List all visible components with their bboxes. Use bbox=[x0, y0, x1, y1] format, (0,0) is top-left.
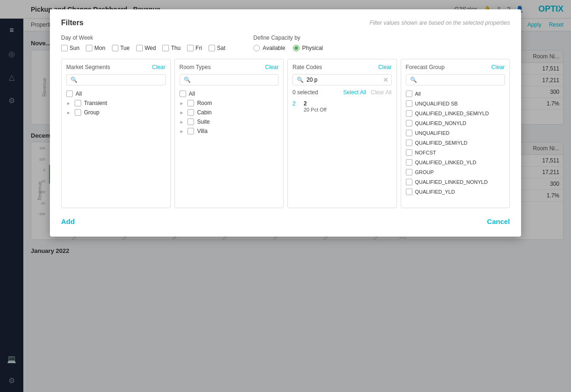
market-segments-title: Market Segments bbox=[66, 64, 110, 70]
forecast-qualified-linked-semiyld-checkbox[interactable] bbox=[406, 110, 412, 117]
forecast-items-list: All UNQUALIFIED SB QUALIFIED_LINKED_SEMI… bbox=[406, 89, 505, 203]
group-expand-icon[interactable]: ► bbox=[66, 110, 71, 115]
capacity-physical-radio[interactable] bbox=[293, 45, 299, 51]
forecast-nofcst-checkbox[interactable] bbox=[406, 149, 412, 156]
forecast-group-clear[interactable]: Clear bbox=[491, 64, 505, 70]
forecast-item-qualified-linked-nonyld: QUALIFIED_LINKED_NONYLD bbox=[406, 177, 505, 187]
modal-hint: Filter values shown are based on the sel… bbox=[369, 20, 510, 26]
rate-codes-input[interactable] bbox=[306, 77, 388, 83]
rate-code-result-row: 2 2 20 Pct Off bbox=[292, 98, 392, 114]
modal-footer: Add Cancel bbox=[61, 217, 510, 225]
market-segments-all: All bbox=[66, 89, 166, 98]
rate-codes-header: Rate Codes Clear bbox=[292, 64, 392, 70]
dow-mon-label: Mon bbox=[94, 45, 105, 51]
room-types-suite: ► Suite bbox=[180, 117, 279, 126]
cabin-expand-icon[interactable]: ► bbox=[180, 110, 184, 115]
cancel-button[interactable]: Cancel bbox=[487, 217, 510, 225]
rate-codes-search: 🔍 ✕ bbox=[292, 74, 392, 85]
forecast-nofcst-label: NOFCST bbox=[415, 150, 436, 155]
forecast-qualified-semiyld-checkbox[interactable] bbox=[406, 140, 412, 146]
forecast-group-input[interactable] bbox=[420, 77, 501, 83]
rate-codes-clear-all[interactable]: Clear All bbox=[371, 89, 392, 96]
dow-label: Day of Week bbox=[61, 35, 225, 41]
forecast-group-header: Forecast Group Clear bbox=[406, 64, 505, 70]
define-capacity-section: Define Capacity by Available Physical bbox=[253, 35, 323, 51]
transient-label: Transient bbox=[84, 100, 107, 106]
dow-mon-checkbox[interactable] bbox=[86, 45, 92, 51]
dow-wed-label: Wed bbox=[145, 45, 156, 51]
villa-checkbox[interactable] bbox=[188, 128, 194, 134]
suite-checkbox[interactable] bbox=[188, 119, 194, 125]
dow-thu-label: Thu bbox=[171, 45, 181, 51]
forecast-qualified-yld-label: QUALIFIED_YLD bbox=[415, 189, 455, 195]
market-segments-transient: ► Transient bbox=[66, 98, 166, 108]
dow-sun-checkbox[interactable] bbox=[61, 45, 68, 51]
forecast-item-qualified-linked-yld: QUALIFIED_LINKED_YLD bbox=[406, 158, 505, 167]
transient-expand-icon[interactable]: ► bbox=[66, 101, 71, 106]
villa-expand-icon[interactable]: ► bbox=[180, 129, 184, 134]
room-types-panel: Room Types Clear 🔍 All ► Room ► bbox=[174, 59, 284, 208]
rate-code-code-1: 2 bbox=[304, 100, 327, 107]
dow-wed-checkbox[interactable] bbox=[136, 45, 143, 51]
suite-expand-icon[interactable]: ► bbox=[180, 119, 184, 125]
capacity-physical: Physical bbox=[293, 45, 323, 51]
rate-codes-actions: Select All Clear All bbox=[343, 89, 391, 96]
room-types-input[interactable] bbox=[194, 77, 275, 83]
filter-panels: Market Segments Clear 🔍 All ► Transient bbox=[61, 59, 510, 208]
add-button[interactable]: Add bbox=[61, 217, 75, 225]
forecast-qualified-yld-checkbox[interactable] bbox=[406, 189, 412, 195]
transient-checkbox[interactable] bbox=[75, 100, 81, 106]
villa-label: Villa bbox=[197, 128, 207, 134]
forecast-qualified-nonyld-label: QUALIFIED_NONYLD bbox=[415, 120, 467, 126]
capacity-label: Define Capacity by bbox=[253, 35, 323, 41]
forecast-unqualified-label: UNQUALIFIED bbox=[415, 130, 450, 136]
dow-sat-checkbox[interactable] bbox=[209, 45, 215, 51]
room-expand-icon[interactable]: ► bbox=[180, 101, 184, 106]
forecast-all-checkbox[interactable] bbox=[406, 91, 412, 97]
room-checkbox[interactable] bbox=[188, 100, 194, 106]
room-types-cabin: ► Cabin bbox=[180, 108, 279, 117]
forecast-item-all: All bbox=[406, 89, 505, 98]
forecast-group-label-item: GROUP bbox=[415, 169, 434, 175]
rate-codes-clear[interactable]: Clear bbox=[378, 64, 392, 70]
forecast-unqualified-sb-label: UNQUALIFIED SB bbox=[415, 101, 458, 106]
rate-codes-select-all[interactable]: Select All bbox=[343, 89, 366, 96]
forecast-item-unqualified-sb: UNQUALIFIED SB bbox=[406, 99, 505, 108]
dow-fri: Fri bbox=[187, 45, 202, 51]
dow-thu-checkbox[interactable] bbox=[162, 45, 169, 51]
dow-tue: Tue bbox=[112, 45, 130, 51]
forecast-qualified-linked-semiyld-label: QUALIFIED_LINKED_SEMIYLD bbox=[415, 111, 489, 116]
market-segments-all-checkbox[interactable] bbox=[66, 91, 73, 97]
group-checkbox[interactable] bbox=[75, 109, 81, 116]
forecast-group-panel: Forecast Group Clear 🔍 All UNQUALIFIED S… bbox=[401, 59, 510, 208]
forecast-qualified-linked-yld-checkbox[interactable] bbox=[406, 159, 412, 166]
capacity-available-radio[interactable] bbox=[253, 45, 260, 51]
forecast-unqualified-sb-checkbox[interactable] bbox=[406, 100, 412, 107]
forecast-qualified-nonyld-checkbox[interactable] bbox=[406, 120, 412, 126]
rate-codes-title: Rate Codes bbox=[292, 64, 322, 70]
dow-mon: Mon bbox=[86, 45, 105, 51]
dow-sun-label: Sun bbox=[70, 45, 79, 51]
market-segments-input[interactable] bbox=[80, 77, 161, 83]
room-types-all: All bbox=[180, 89, 279, 98]
room-types-all-checkbox[interactable] bbox=[180, 91, 186, 97]
room-types-clear[interactable]: Clear bbox=[265, 64, 279, 70]
forecast-all-label: All bbox=[415, 91, 421, 97]
forecast-item-unqualified: UNQUALIFIED bbox=[406, 128, 505, 138]
forecast-unqualified-checkbox[interactable] bbox=[406, 130, 412, 136]
capacity-physical-label: Physical bbox=[302, 45, 323, 51]
cabin-checkbox[interactable] bbox=[188, 109, 194, 116]
dow-sat: Sat bbox=[209, 45, 225, 51]
forecast-group-checkbox[interactable] bbox=[406, 169, 412, 175]
market-segments-clear[interactable]: Clear bbox=[152, 64, 166, 70]
room-types-header: Room Types Clear bbox=[180, 64, 279, 70]
market-segments-header: Market Segments Clear bbox=[66, 64, 166, 70]
rate-codes-panel: Rate Codes Clear 🔍 ✕ 0 selected Select A… bbox=[287, 59, 397, 208]
dow-fri-label: Fri bbox=[195, 45, 202, 51]
dow-wed: Wed bbox=[136, 45, 156, 51]
forecast-qualified-linked-nonyld-checkbox[interactable] bbox=[406, 179, 412, 185]
dow-fri-checkbox[interactable] bbox=[187, 45, 194, 51]
room-label: Room bbox=[197, 100, 212, 106]
dow-tue-checkbox[interactable] bbox=[112, 45, 118, 51]
rate-codes-clear-search-icon[interactable]: ✕ bbox=[383, 76, 389, 84]
